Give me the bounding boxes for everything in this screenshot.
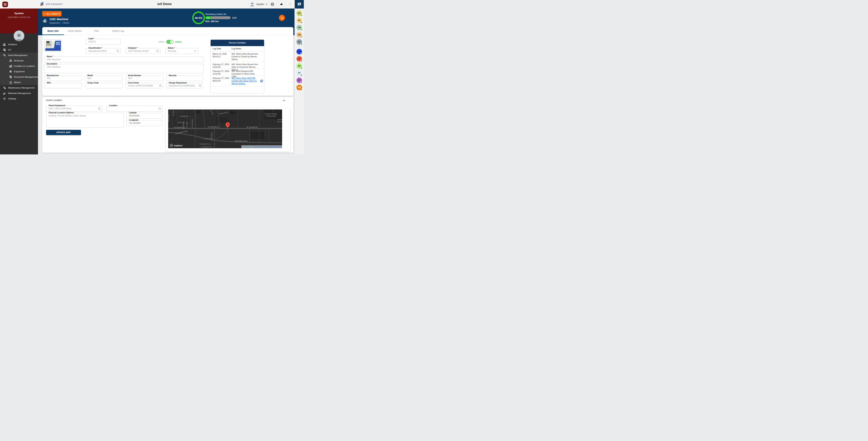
- all-assets-back-button[interactable]: ‹ ALL ASSETS: [42, 11, 62, 17]
- avatar[interactable]: TU: [297, 39, 302, 45]
- offline-label: Offline: [158, 41, 165, 43]
- cost-center-field[interactable]: Cost Center Center 10039 {CS10039}: [126, 83, 163, 88]
- manufacturer-field[interactable]: Manufacturer N/A: [44, 75, 82, 81]
- status-select[interactable]: Status * Running: [165, 48, 198, 54]
- barcode-field[interactable]: Barcode: [166, 75, 203, 81]
- sidebar-user-card: System support@iox-connect.com: [0, 8, 38, 33]
- breadcrumb-current: CNC01: [62, 22, 69, 24]
- asset-photo[interactable]: [44, 39, 62, 52]
- asset-location-card: Asset Location Parent Equipment CNC Lath…: [42, 97, 293, 153]
- tab-files[interactable]: Files: [86, 27, 107, 35]
- eye-icon[interactable]: [260, 80, 263, 83]
- asset-location-heading: Asset Location: [46, 99, 62, 101]
- map[interactable]: Observato Kirk St Arundel Dr Nowell St J…: [168, 109, 282, 148]
- tab-basic-info[interactable]: Basic Info: [42, 27, 64, 35]
- avatar[interactable]: SH: [297, 63, 302, 69]
- online-label: Online: [175, 41, 182, 43]
- search-icon[interactable]: [156, 50, 159, 53]
- classification-field[interactable]: Classification * Operational {OPS}: [86, 48, 121, 54]
- activity-row: March 12, 2025 08:04:12 WO: Work Order M…: [211, 51, 264, 62]
- edit-notes-button[interactable]: [279, 15, 285, 21]
- avatar[interactable]: OF: [297, 56, 302, 62]
- avatar[interactable]: DM: [297, 32, 302, 38]
- work-order-link[interactable]: WO: Work Order WO2789 created with statu…: [231, 77, 260, 85]
- rul-progress-bar: 200: [206, 16, 230, 19]
- chevron-up-icon[interactable]: [282, 98, 286, 102]
- search-icon[interactable]: [116, 50, 119, 53]
- avatar[interactable]: EM: [297, 85, 302, 90]
- sidebar-item-analytics[interactable]: Analytics: [0, 42, 38, 47]
- help-icon[interactable]: ?: [271, 2, 274, 6]
- location-field[interactable]: Location: [106, 105, 163, 112]
- serial-number-field[interactable]: Serial Number N/A: [126, 75, 163, 81]
- description-field[interactable]: Description CNC Machine: [44, 64, 204, 73]
- physical-address-field[interactable]: Physical Location/ Address Orlando, Flor…: [46, 113, 124, 127]
- recent-activities-panel: Recent Activities Log Date Log Notes Mar…: [210, 39, 264, 93]
- breadcrumb-parent[interactable]: Equipment: [50, 22, 60, 24]
- sidebar-item-asset-management[interactable]: Asset Management: [0, 53, 38, 58]
- avatar[interactable]: WN: [297, 49, 302, 55]
- hamburger-menu-button[interactable]: [2, 2, 8, 7]
- announcements-icon[interactable]: [280, 2, 283, 7]
- sidebar-menu: Analytics IoT Asset Management All Asset…: [0, 42, 38, 101]
- tab-active-meters[interactable]: Active Meters: [64, 27, 86, 35]
- mapbox-logo[interactable]: mapbox: [170, 144, 183, 147]
- improve-map-link[interactable]: Improve this map: [267, 146, 281, 148]
- update-map-button[interactable]: UPDATE MAP: [46, 130, 81, 135]
- sidebar-avatar[interactable]: [13, 30, 25, 42]
- avatar[interactable]: DU: [297, 10, 302, 16]
- rul-gauge-label: Remaining Useful Life: [206, 13, 226, 15]
- map-marker-icon: [225, 122, 230, 128]
- status-dot: [301, 14, 303, 16]
- sku-field[interactable]: SKU: [44, 83, 82, 88]
- model-field[interactable]: Model N/A: [85, 75, 123, 81]
- sidebar-group-asset-management: Asset Management All Assets Facilities &…: [0, 53, 38, 85]
- name-field[interactable]: Name * CNC Machine: [44, 57, 204, 62]
- charge-department-field[interactable]: Charge Department Department 40 {DP93920…: [166, 83, 203, 88]
- user-avatar: [250, 2, 255, 7]
- user-menu[interactable]: System: [250, 2, 267, 7]
- registered-mark: ®: [63, 3, 64, 5]
- search-icon[interactable]: [159, 84, 162, 87]
- column-log-date: Log Date: [213, 48, 221, 50]
- forklift-icon: [3, 91, 6, 95]
- app-logo-text: ioX-Connect: [46, 2, 62, 6]
- chevron-down-icon: [266, 4, 267, 5]
- column-log-notes: Log Notes: [231, 48, 241, 50]
- category-field[interactable]: Category * CNC Machine {CNC}: [126, 48, 160, 54]
- parent-equipment-field[interactable]: Parent Equipment CNC Lathe {CNC0011}: [46, 105, 102, 112]
- sidebar-item-materials-management[interactable]: Materials Management: [0, 91, 38, 96]
- mapbox-attribution-link[interactable]: © Mapbox: [243, 146, 250, 148]
- activity-row: February 27, 2025 08:52:49 WO: Work Orde…: [211, 75, 264, 87]
- sidebar-item-meters[interactable]: Meters: [0, 80, 38, 85]
- chat-icon[interactable]: [295, 0, 304, 8]
- tab-history-log[interactable]: History Log: [107, 27, 129, 35]
- search-icon[interactable]: [198, 84, 202, 87]
- toggle-knob: ✓: [170, 40, 173, 43]
- avatar[interactable]: DS: [297, 18, 302, 23]
- sidebar-item-iot[interactable]: IoT: [0, 47, 38, 53]
- task-list-icon[interactable]: [288, 2, 291, 7]
- search-icon[interactable]: [158, 107, 161, 110]
- user-presence-list: DU DS TW DM TU WN OF SH TT DT EM: [295, 8, 304, 90]
- sidebar-item-equipment[interactable]: Equipment: [0, 69, 38, 74]
- status-dot: [301, 67, 303, 69]
- gears-icon: [3, 54, 6, 57]
- sidebar-item-settings[interactable]: Settings: [0, 96, 38, 101]
- sidebar-item-maintenance-management[interactable]: Maintenance Management: [0, 85, 38, 91]
- code-field[interactable]: Code * CNC01: [86, 39, 121, 44]
- avatar[interactable]: TW: [297, 25, 302, 30]
- latitude-field[interactable]: Latitude 28.552326: [126, 113, 162, 119]
- osm-attribution-link[interactable]: © OpenStreetMap: [251, 146, 266, 148]
- sidebar-item-facilities-locations[interactable]: Facilities & Locations: [0, 63, 38, 69]
- sidebar-item-document-management[interactable]: Document Management: [0, 74, 38, 80]
- sidebar-item-all-assets[interactable]: All Assets: [0, 58, 38, 63]
- activity-row: February 27, 2025 10:55:09 WO: Work Orde…: [211, 62, 264, 69]
- avatar[interactable]: DT: [297, 77, 302, 83]
- unspc-code-field[interactable]: Unspc Code: [85, 83, 123, 88]
- longitude-field[interactable]: Longitude -81.453206: [126, 120, 162, 126]
- search-icon[interactable]: [98, 107, 101, 110]
- online-toggle[interactable]: ✓: [166, 40, 174, 44]
- asset-title: CNC Machine: [50, 18, 69, 21]
- avatar[interactable]: TT: [297, 70, 302, 76]
